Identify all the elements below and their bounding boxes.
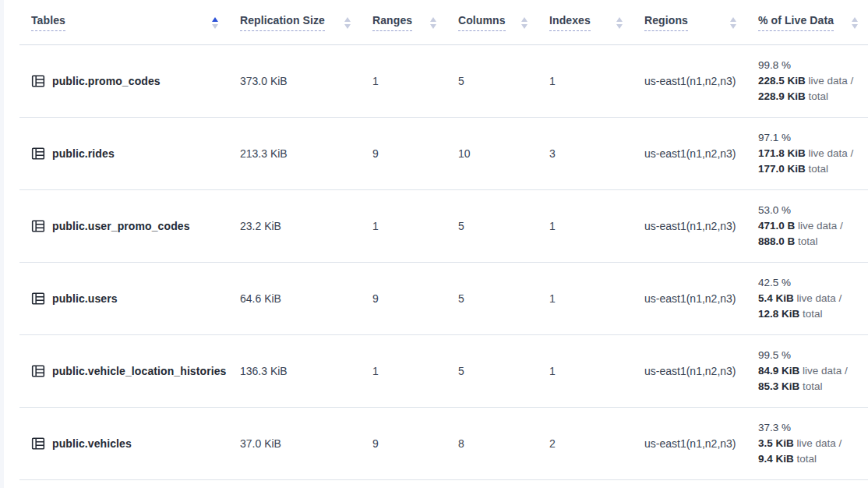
sort-arrows-icon[interactable] (730, 16, 736, 29)
table-name-link[interactable]: public.users (52, 292, 118, 305)
sort-arrows-icon[interactable] (430, 16, 436, 29)
cell-columns: 5 (446, 220, 538, 232)
sort-arrows-icon[interactable] (616, 16, 623, 29)
table-name-link[interactable]: public.user_promo_codes (52, 220, 190, 232)
sort-desc-icon (730, 24, 736, 29)
sort-asc-icon (212, 17, 218, 22)
cell-indexes: 2 (538, 437, 633, 450)
cell-replication-size: 136.3 KiB (228, 365, 361, 377)
table-name-link[interactable]: public.promo_codes (52, 75, 161, 87)
cell-live-data: 99.8 % 228.5 KiB live data / 228.9 KiB t… (746, 58, 868, 104)
cell-live-data: 99.5 % 84.9 KiB live data / 85.3 KiB tot… (746, 348, 868, 394)
cell-regions: us-east1(n1,n2,n3) (633, 147, 746, 160)
table-row[interactable]: public.users 64.6 KiB 9 5 1 us-east1(n1,… (19, 263, 868, 335)
cell-regions: us-east1(n1,n2,n3) (633, 437, 746, 450)
cell-live-data: 53.0 % 471.0 B live data / 888.0 B total (746, 203, 868, 249)
cell-table-name: public.promo_codes (19, 74, 228, 88)
cell-indexes: 1 (538, 75, 633, 87)
live-data-percent: 97.1 % (758, 130, 868, 146)
sort-asc-icon (852, 17, 858, 22)
cell-indexes: 3 (538, 147, 633, 160)
live-data-amount: 5.4 KiB live data / (758, 291, 868, 306)
sort-arrows-icon[interactable] (212, 16, 218, 29)
cell-regions: us-east1(n1,n2,n3) (633, 220, 746, 232)
cell-ranges: 1 (361, 365, 446, 377)
cell-regions: us-east1(n1,n2,n3) (633, 292, 746, 305)
sort-desc-icon (430, 24, 436, 29)
sort-arrows-icon[interactable] (344, 16, 351, 29)
cell-table-name: public.vehicle_location_histories (19, 364, 228, 378)
table-icon (31, 364, 45, 378)
column-header[interactable]: Columns (446, 14, 538, 31)
live-data-amount: 171.8 KiB live data / (758, 146, 868, 161)
cell-replication-size: 23.2 KiB (228, 220, 361, 232)
cell-indexes: 1 (538, 365, 633, 377)
cell-columns: 10 (446, 147, 538, 160)
cell-replication-size: 37.0 KiB (228, 437, 361, 450)
column-header-label: % of Live Data (758, 14, 834, 31)
sort-desc-icon (521, 24, 528, 29)
total-data-amount: 228.9 KiB total (758, 89, 868, 104)
table-row[interactable]: public.rides 213.3 KiB 9 10 3 us-east1(n… (19, 118, 868, 190)
total-data-amount: 888.0 B total (758, 234, 868, 249)
tables-table: Tables Replication Size Ranges Columns I… (19, 0, 868, 480)
cell-ranges: 9 (361, 292, 446, 305)
cell-indexes: 1 (538, 220, 633, 232)
cell-ranges: 1 (361, 220, 446, 232)
table-row[interactable]: public.vehicles 37.0 KiB 9 8 2 us-east1(… (19, 408, 868, 480)
total-data-amount: 85.3 KiB total (758, 379, 868, 394)
column-header-label: Columns (458, 14, 506, 31)
table-row[interactable]: public.vehicle_location_histories 136.3 … (19, 335, 868, 408)
table-body: public.promo_codes 373.0 KiB 1 5 1 us-ea… (19, 45, 868, 480)
cell-live-data: 42.5 % 5.4 KiB live data / 12.8 KiB tota… (746, 275, 868, 322)
cell-table-name: public.rides (19, 147, 228, 161)
table-row[interactable]: public.user_promo_codes 23.2 KiB 1 5 1 u… (19, 190, 868, 263)
table-name-link[interactable]: public.vehicle_location_histories (52, 365, 226, 377)
cell-live-data: 97.1 % 171.8 KiB live data / 177.0 KiB t… (746, 130, 868, 177)
column-header-label: Tables (31, 14, 65, 31)
table-icon (31, 437, 45, 451)
cell-ranges: 9 (361, 147, 446, 160)
table-row[interactable]: public.promo_codes 373.0 KiB 1 5 1 us-ea… (19, 45, 868, 118)
live-data-percent: 53.0 % (758, 203, 868, 218)
sort-asc-icon (521, 17, 528, 22)
column-header-label: Regions (644, 14, 688, 31)
cell-columns: 5 (446, 365, 538, 377)
sort-asc-icon (430, 17, 436, 22)
cell-columns: 8 (446, 437, 538, 450)
column-header[interactable]: Tables (19, 14, 228, 31)
column-header[interactable]: Indexes (538, 14, 633, 31)
column-header-label: Replication Size (240, 14, 325, 31)
live-data-percent: 99.5 % (758, 348, 868, 363)
cell-indexes: 1 (538, 292, 633, 305)
cell-table-name: public.vehicles (19, 437, 228, 451)
cell-columns: 5 (446, 75, 538, 87)
sort-arrows-icon[interactable] (521, 16, 528, 29)
column-header[interactable]: % of Live Data (746, 14, 868, 31)
table-icon (31, 147, 45, 161)
cell-regions: us-east1(n1,n2,n3) (633, 75, 746, 87)
sort-asc-icon (616, 17, 623, 22)
column-header-label: Ranges (372, 14, 412, 31)
live-data-amount: 471.0 B live data / (758, 218, 868, 234)
cell-ranges: 1 (361, 75, 446, 87)
live-data-amount: 84.9 KiB live data / (758, 363, 868, 379)
column-header[interactable]: Replication Size (228, 14, 361, 31)
cell-regions: us-east1(n1,n2,n3) (633, 365, 746, 377)
column-header-label: Indexes (549, 14, 591, 31)
sort-desc-icon (344, 24, 351, 29)
sort-arrows-icon[interactable] (852, 16, 858, 29)
sort-desc-icon (852, 24, 858, 29)
tables-page: Tables Replication Size Ranges Columns I… (0, 0, 868, 488)
live-data-amount: 3.5 KiB live data / (758, 436, 868, 451)
column-header[interactable]: Ranges (361, 14, 446, 31)
column-header[interactable]: Regions (633, 14, 746, 31)
table-name-link[interactable]: public.rides (52, 147, 115, 160)
table-name-link[interactable]: public.vehicles (52, 437, 132, 450)
total-data-amount: 12.8 KiB total (758, 306, 868, 322)
cell-table-name: public.users (19, 292, 228, 306)
total-data-amount: 9.4 KiB total (758, 451, 868, 467)
live-data-percent: 99.8 % (758, 58, 868, 73)
table-icon (31, 74, 45, 88)
live-data-percent: 42.5 % (758, 275, 868, 291)
